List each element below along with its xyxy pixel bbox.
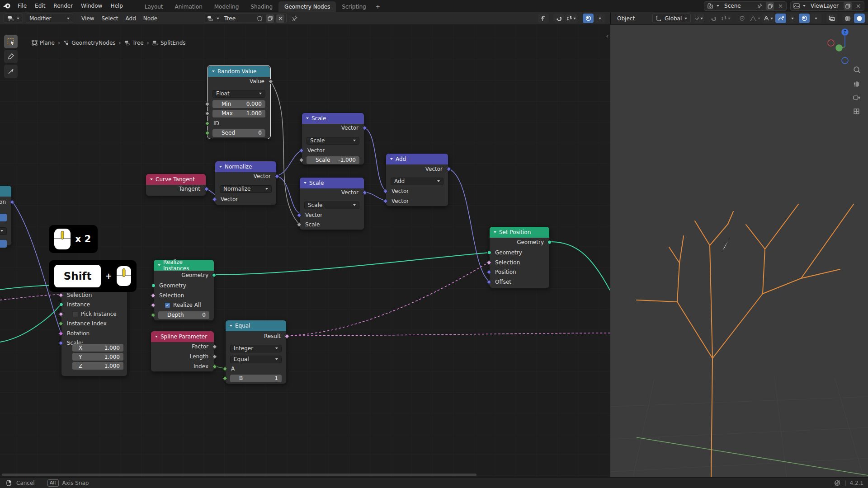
output-socket-geometry[interactable] xyxy=(212,273,216,277)
node-header[interactable]: Scale xyxy=(300,178,364,188)
move-view-hand-icon[interactable] xyxy=(853,80,863,89)
menu-edit[interactable]: Edit xyxy=(31,0,49,12)
input-socket-depth[interactable] xyxy=(151,313,156,318)
number-field-depth[interactable]: Depth0 xyxy=(158,311,209,319)
node-header[interactable]: Curve Tangent xyxy=(146,174,206,185)
input-socket-geometry[interactable] xyxy=(151,284,156,288)
output-socket-index[interactable] xyxy=(212,364,217,369)
menu-node[interactable]: Node xyxy=(140,15,161,22)
input-socket-scale-[interactable] xyxy=(58,341,63,346)
input-socket-rotation[interactable] xyxy=(58,331,63,336)
output-socket-length[interactable] xyxy=(212,354,217,359)
checkbox[interactable]: ✓ xyxy=(165,302,170,308)
output-socket-value[interactable] xyxy=(268,79,273,84)
pin-icon[interactable] xyxy=(755,2,764,10)
checkbox[interactable] xyxy=(72,311,78,317)
navigation-gizmo[interactable]: Z xyxy=(828,29,848,64)
input-socket-vector[interactable] xyxy=(297,213,302,218)
show-gizmo-dropdown[interactable] xyxy=(762,14,774,23)
node-header[interactable]: Add xyxy=(386,154,448,164)
input-socket-offset[interactable] xyxy=(486,280,491,285)
add-workspace-button[interactable]: + xyxy=(372,1,384,12)
input-socket-vector[interactable] xyxy=(383,199,388,204)
close-icon[interactable] xyxy=(776,2,784,10)
node-curve-tangent[interactable]: Curve TangentTangent xyxy=(146,174,206,196)
output-socket-result[interactable] xyxy=(284,334,289,339)
close-icon[interactable] xyxy=(276,14,284,23)
node-instance-on-points[interactable]: PointsSelectionInstancePick InstanceInst… xyxy=(61,279,127,376)
input-socket-pick-instance[interactable] xyxy=(58,312,63,317)
shading-wireframe-button[interactable] xyxy=(842,14,853,23)
enum-scale[interactable]: Scale xyxy=(304,202,359,209)
input-socket-a[interactable] xyxy=(222,366,227,371)
axis-button[interactable] xyxy=(0,214,7,221)
output-socket-vector[interactable] xyxy=(362,126,367,131)
number-field-scale[interactable]: Scale-1.000 xyxy=(307,156,359,164)
scene-selector[interactable]: Scene xyxy=(704,1,787,11)
input-socket-scale[interactable] xyxy=(297,222,302,227)
links-cut-tool[interactable] xyxy=(4,65,18,78)
input-socket-selection[interactable] xyxy=(486,260,491,265)
shading-material-button[interactable] xyxy=(866,14,868,23)
blender-logo-icon[interactable] xyxy=(0,3,14,9)
enum-integer[interactable]: Integer xyxy=(230,345,282,352)
input-socket-position[interactable] xyxy=(486,270,491,275)
menu-add[interactable]: Add xyxy=(122,15,140,22)
enum-add[interactable]: Add xyxy=(391,178,443,185)
scene-name[interactable]: Scene xyxy=(722,3,753,9)
axis-button[interactable] xyxy=(0,240,7,248)
viewlayer-name[interactable]: ViewLayer xyxy=(808,3,841,9)
gizmos-dropdown[interactable] xyxy=(787,14,798,23)
annotate-tool[interactable] xyxy=(4,50,18,63)
node-header[interactable]: Ve… xyxy=(0,186,11,197)
number-field-max[interactable]: Max1.000 xyxy=(212,110,265,117)
toggle-ortho-icon[interactable] xyxy=(853,108,863,117)
fake-user-shield-icon[interactable] xyxy=(255,14,264,23)
output-socket-factor[interactable] xyxy=(212,344,217,349)
overlays-toggle[interactable] xyxy=(583,14,594,23)
editor-type-selector[interactable] xyxy=(4,14,23,23)
enum-normalize[interactable]: Normalize xyxy=(220,185,272,193)
tree-name[interactable]: Tree xyxy=(222,15,253,22)
overlays-toggle[interactable] xyxy=(799,14,810,23)
node-add[interactable]: AddVectorAddVectorVector xyxy=(386,153,448,206)
go-to-parent-tree-button[interactable] xyxy=(538,14,549,23)
n-panel-collapse-arrow[interactable]: ‹ xyxy=(606,33,609,39)
output-socket-geometry[interactable] xyxy=(547,240,552,244)
input-socket-instance[interactable] xyxy=(59,303,63,307)
tab-scripting[interactable]: Scripting xyxy=(336,1,372,12)
node-realize-instances[interactable]: Realize InstancesGeometryGeometrySelecti… xyxy=(153,259,214,321)
node-spline-parameter[interactable]: Spline ParameterFactorLengthIndex xyxy=(151,331,214,372)
pivot-point-dropdown[interactable] xyxy=(693,14,704,23)
close-icon[interactable] xyxy=(854,2,862,10)
enum-float[interactable]: Float xyxy=(212,90,265,98)
input-socket-scale[interactable] xyxy=(299,158,304,163)
overlays-dropdown[interactable] xyxy=(594,14,605,23)
horizontal-scrollbar[interactable] xyxy=(2,474,476,476)
number-field-min[interactable]: Min0.000 xyxy=(212,100,265,108)
number-field-z[interactable]: Z1.000 xyxy=(72,362,123,370)
input-socket-vector[interactable] xyxy=(212,197,217,202)
number-field-x[interactable]: X1.000 xyxy=(72,344,123,352)
viewlayer-selector[interactable]: ViewLayer xyxy=(790,1,864,11)
proportional-falloff-dropdown[interactable] xyxy=(748,14,762,23)
new-viewlayer-copy-icon[interactable] xyxy=(844,2,852,10)
node-set-position[interactable]: Set PositionGeometryGeometrySelectionPos… xyxy=(489,226,550,288)
node-random-value[interactable]: Random ValueValueFloatMin0.000Max1.000ID… xyxy=(208,66,270,139)
node-normalize[interactable]: NormalizeVectorNormalizeVector xyxy=(215,161,277,205)
mode-dropdown[interactable]: Object xyxy=(613,14,652,23)
tab-geometry-nodes[interactable]: Geometry Nodes xyxy=(278,1,336,12)
proportional-editing-icon[interactable] xyxy=(736,14,747,23)
node-equal[interactable]: EqualResultIntegerEqualAB1 xyxy=(225,320,287,384)
node-header[interactable]: Realize Instances xyxy=(154,260,214,271)
input-socket-vector[interactable] xyxy=(383,189,388,194)
input-socket-b[interactable] xyxy=(222,376,227,381)
input-socket-selection[interactable] xyxy=(151,293,156,298)
tab-shading[interactable]: Shading xyxy=(245,1,278,12)
overlays-dropdown[interactable] xyxy=(811,14,821,23)
input-socket-id[interactable] xyxy=(205,121,210,126)
snap-magnet-icon[interactable] xyxy=(553,14,564,23)
snap-target-dropdown[interactable] xyxy=(565,14,577,23)
output-socket-vector[interactable] xyxy=(274,174,279,179)
xray-toggle[interactable] xyxy=(826,14,837,23)
